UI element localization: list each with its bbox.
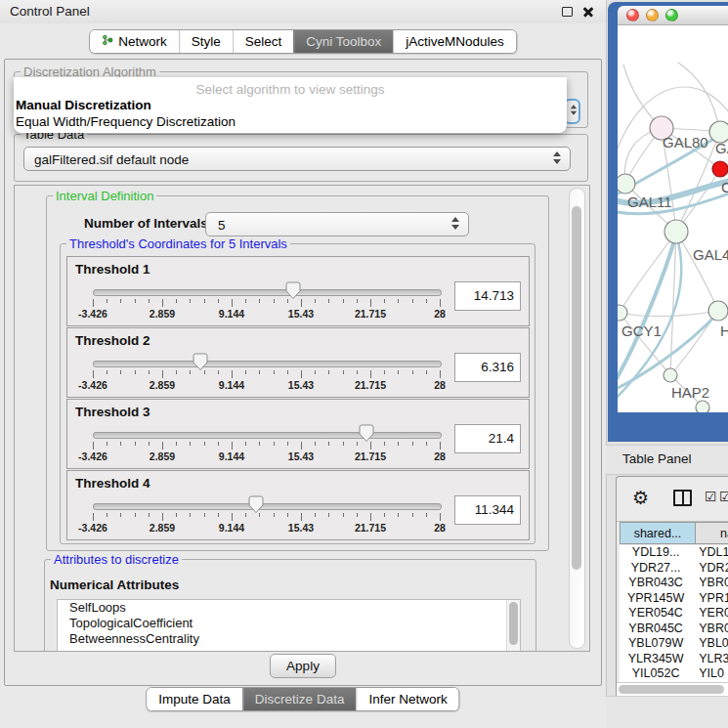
algorithm-option-equal-width-frequency-discretization[interactable]: Equal Width/Frequency Discretization bbox=[14, 113, 567, 130]
network-node[interactable] bbox=[664, 368, 677, 382]
number-of-intervals-spinner[interactable]: 5 bbox=[205, 212, 469, 236]
tick-label: 9.144 bbox=[219, 308, 244, 320]
table-cell: YIL052C bbox=[620, 666, 692, 682]
tick-mark bbox=[259, 299, 260, 303]
threshold-value-field[interactable]: 6.316 bbox=[454, 353, 521, 382]
table-row[interactable]: YBR043CYBR0 bbox=[620, 576, 728, 591]
network-canvas[interactable]: GAL80GACGAL11GAL4GCY1HHAP2 bbox=[618, 25, 728, 412]
network-node[interactable] bbox=[664, 220, 688, 243]
slider-track[interactable] bbox=[93, 289, 442, 296]
network-node[interactable] bbox=[696, 401, 709, 412]
table-hscrollbar[interactable] bbox=[617, 682, 728, 697]
slider-thumb[interactable] bbox=[359, 424, 374, 443]
table-column-header[interactable]: na... bbox=[696, 522, 728, 544]
threshold-value-field[interactable]: 14.713 bbox=[454, 281, 521, 311]
tab-cyni-toolbox[interactable]: Cyni Toolbox bbox=[293, 30, 393, 53]
split-columns-icon[interactable] bbox=[673, 490, 692, 506]
table-column-header[interactable]: shared... bbox=[620, 522, 696, 544]
list-scrollbar[interactable] bbox=[506, 600, 520, 652]
slider-thumb[interactable] bbox=[285, 281, 301, 300]
tick-mark bbox=[120, 513, 121, 517]
slider-track[interactable] bbox=[93, 361, 442, 367]
network-node[interactable] bbox=[712, 161, 728, 177]
list-item[interactable]: SelfLoops bbox=[58, 600, 520, 616]
list-scrollbar-thumb[interactable] bbox=[509, 602, 518, 645]
tick-mark bbox=[274, 513, 275, 517]
control-panel-titlebar: Control Panel bbox=[0, 0, 606, 23]
table-hscrollbar-thumb[interactable] bbox=[619, 685, 724, 694]
table-cell: YER0 bbox=[692, 606, 728, 621]
threshold-value-field[interactable]: 21.4 bbox=[454, 424, 521, 453]
settings-scrollbar[interactable] bbox=[569, 188, 585, 649]
tick-mark bbox=[93, 513, 94, 521]
slider-track[interactable] bbox=[93, 432, 442, 439]
list-item[interactable]: BetweennessCentrality bbox=[58, 631, 520, 647]
tick-mark bbox=[315, 299, 316, 303]
tab-select[interactable]: Select bbox=[233, 30, 294, 53]
table-row[interactable]: YER054CYER0 bbox=[620, 606, 728, 621]
list-item[interactable]: TopologicalCoefficient bbox=[58, 616, 520, 631]
gear-icon[interactable]: ⚙ bbox=[632, 488, 649, 507]
algorithm-option-manual-discretization[interactable]: Manual Discretization bbox=[14, 97, 567, 113]
tab-style[interactable]: Style bbox=[179, 30, 233, 53]
tab-network[interactable]: Network bbox=[90, 30, 179, 53]
tick-label: 21.715 bbox=[355, 450, 386, 462]
zoom-traffic-light[interactable] bbox=[665, 9, 678, 21]
numerical-attributes-list[interactable]: SelfLoopsTopologicalCoefficientBetweenne… bbox=[57, 599, 521, 652]
table-row[interactable]: YLR345WYLR3 bbox=[620, 652, 728, 667]
tick-mark bbox=[176, 299, 177, 303]
tab-label: Select bbox=[245, 34, 282, 49]
table-row[interactable]: YIL052CYIL0 bbox=[620, 666, 728, 682]
table-row[interactable]: YPR145WYPR1 bbox=[620, 591, 728, 607]
tick-label: 15.43 bbox=[288, 522, 314, 534]
tab-discretize-data[interactable]: Discretize Data bbox=[242, 688, 357, 710]
minimize-traffic-light[interactable] bbox=[646, 9, 659, 21]
table-row[interactable]: YDR27...YDR2 bbox=[620, 561, 728, 577]
float-window-icon[interactable] bbox=[562, 7, 573, 17]
settings-scrollbar-thumb[interactable] bbox=[572, 206, 581, 570]
tick-mark bbox=[357, 513, 358, 517]
network-node-label: GA bbox=[715, 140, 728, 156]
tick-mark bbox=[162, 513, 163, 521]
checkbox-icon[interactable]: ☑ bbox=[719, 489, 728, 504]
table-data-combo[interactable]: galFiltered.sif default node bbox=[23, 147, 571, 171]
table-row[interactable]: YDL19...YDL1 bbox=[620, 545, 728, 561]
tab-infer-network[interactable]: Infer Network bbox=[356, 688, 458, 710]
slider-thumb[interactable] bbox=[248, 495, 264, 514]
network-node[interactable] bbox=[618, 305, 627, 321]
tick-mark bbox=[315, 370, 316, 374]
table-row[interactable]: YBL079WYBL0 bbox=[620, 636, 728, 652]
close-traffic-light[interactable] bbox=[626, 9, 639, 21]
tick-mark bbox=[328, 370, 329, 374]
threshold-panel: Threshold 3-3.4262.8599.14415.4321.71528… bbox=[66, 399, 530, 469]
table-row[interactable]: YBR045CYBR0 bbox=[620, 621, 728, 637]
tick-mark bbox=[162, 299, 163, 307]
tick-mark bbox=[440, 513, 441, 521]
tick-mark bbox=[301, 442, 302, 450]
table-cell: YDL1 bbox=[692, 545, 728, 561]
table-data-group: Table Data galFiltered.sif default node bbox=[14, 134, 588, 182]
checkbox-icon[interactable]: ☑ bbox=[705, 489, 717, 504]
apply-button[interactable]: Apply bbox=[270, 654, 336, 678]
tab-jactivemnodules[interactable]: jActiveMNodules bbox=[393, 30, 516, 53]
network-node-label: H bbox=[720, 322, 728, 339]
table-cell: YLR3 bbox=[692, 652, 728, 667]
network-node-label: HAP2 bbox=[671, 384, 709, 401]
tick-mark bbox=[384, 513, 385, 517]
network-node[interactable] bbox=[708, 301, 728, 321]
slider-thumb[interactable] bbox=[193, 353, 208, 371]
network-edge[interactable] bbox=[620, 232, 676, 313]
threshold-value-field[interactable]: 11.344 bbox=[454, 495, 521, 525]
tick-mark bbox=[357, 370, 358, 374]
network-edge[interactable] bbox=[620, 311, 718, 317]
tick-label: 2.859 bbox=[150, 308, 175, 320]
tick-mark bbox=[412, 370, 413, 374]
tick-mark bbox=[440, 442, 441, 450]
tick-mark bbox=[149, 442, 150, 446]
table-cell: YPR145W bbox=[620, 591, 692, 607]
close-icon[interactable] bbox=[582, 6, 594, 18]
network-node[interactable] bbox=[618, 174, 635, 193]
table-cell: YER054C bbox=[620, 606, 692, 621]
slider-track[interactable] bbox=[93, 503, 442, 510]
tab-impute-data[interactable]: Impute Data bbox=[147, 688, 242, 710]
